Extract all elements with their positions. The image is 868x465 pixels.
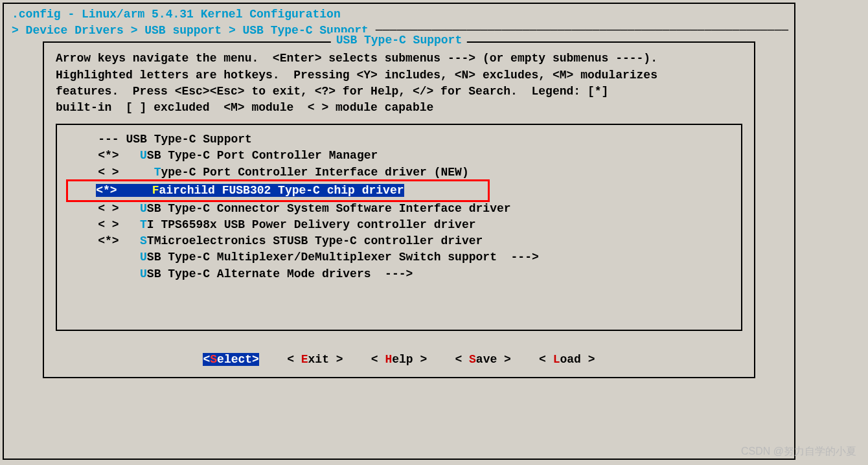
menu-item[interactable]: < > USB Type-C Connector System Software… xyxy=(70,201,728,217)
menu-item[interactable]: USB Type-C Alternate Mode drivers ---> xyxy=(70,266,728,282)
menu-item[interactable]: < > TI TPS6598x USB Power Delivery contr… xyxy=(70,217,728,233)
menu-item[interactable]: <*> STMicroelectronics STUSB Type-C cont… xyxy=(70,233,728,249)
save-button[interactable]: < Save > xyxy=(455,353,510,366)
menu-item[interactable]: --- USB Type-C Support xyxy=(70,131,728,148)
menu-list[interactable]: --- USB Type-C Support <*> USB Type-C Po… xyxy=(56,124,742,331)
button-bar: <Select> < Exit > < Help > < Save > < Lo… xyxy=(56,352,742,368)
menu-item[interactable]: < > Type-C Port Controller Interface dri… xyxy=(70,164,728,181)
main-panel: USB Type-C Support Arrow keys navigate t… xyxy=(43,41,755,378)
menu-item[interactable]: USB Type-C Multiplexer/DeMultiplexer Swi… xyxy=(70,249,728,266)
panel-title: USB Type-C Support xyxy=(331,32,467,49)
terminal-window: .config - Linux/arm 5.4.31 Kernel Config… xyxy=(3,3,795,460)
select-button[interactable]: <Select> xyxy=(203,353,258,366)
window-title: .config - Linux/arm 5.4.31 Kernel Config… xyxy=(4,4,794,23)
load-button[interactable]: < Load > xyxy=(539,353,595,366)
help-button[interactable]: < Help > xyxy=(371,353,427,366)
menu-item[interactable]: <*> USB Type-C Port Controller Manager xyxy=(70,148,728,164)
highlight-box-icon: <*> Fairchild FUSB302 Type-C chip driver xyxy=(66,179,490,202)
help-text: Arrow keys navigate the menu. <Enter> se… xyxy=(56,51,742,116)
watermark: CSDN @努力自学的小夏 xyxy=(741,444,856,459)
exit-button[interactable]: < Exit > xyxy=(287,353,343,366)
menu-item-selected[interactable]: <*> Fairchild FUSB302 Type-C chip driver xyxy=(70,181,728,201)
